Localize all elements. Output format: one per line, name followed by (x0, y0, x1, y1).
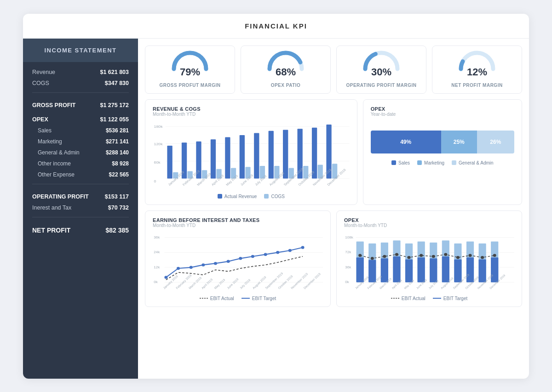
svg-point-63 (301, 246, 305, 249)
svg-rect-107 (479, 259, 486, 282)
opex-ytd-title: OPEX (371, 106, 514, 112)
row-amount: $271 141 (106, 138, 129, 145)
sidebar-row-other-expense: Other Expense $22 565 (23, 169, 138, 180)
segment-sales: 49% (371, 131, 441, 153)
sidebar-row-interest-tax: Inerest and Tax $70 732 (23, 202, 138, 213)
row-amount: $1 122 055 (100, 116, 129, 123)
opex-mtm-chart-area: 108k 72k 36k 0k (344, 233, 514, 292)
ebit-subtitle: Month-to-Month YTD (153, 223, 323, 228)
svg-point-55 (201, 263, 205, 267)
row-label: Marketing (38, 138, 62, 145)
svg-text:24k: 24k (154, 250, 160, 254)
row-label: OPEX (32, 116, 48, 123)
svg-text:12k: 12k (154, 265, 160, 269)
svg-point-53 (177, 267, 180, 270)
svg-point-113 (395, 253, 398, 256)
sidebar-row-net-profit: NET PROFIT $82 385 (23, 222, 138, 236)
row-amount: $153 117 (105, 193, 129, 200)
svg-point-58 (239, 257, 242, 260)
sidebar-title: INCOME STATEMENT (23, 39, 138, 62)
gauge-value-opex-patio: 68% (265, 66, 306, 78)
svg-text:180k: 180k (154, 124, 163, 129)
svg-point-121 (493, 254, 496, 257)
dashboard-title: FINANCIAL KPI (245, 22, 307, 30)
ebit-title: EARNING BEFORE INTEREST AND TAXES (153, 217, 323, 223)
svg-rect-91 (381, 258, 388, 282)
svg-text:0k: 0k (154, 280, 158, 284)
row-label: Sales (38, 127, 52, 134)
ebit-chart-area: 36k 24k 12k 0k (153, 233, 323, 292)
sidebar-row-cogs: COGS $347 830 (23, 78, 138, 89)
row-amount: $82 385 (105, 227, 129, 234)
gauge-opex-patio: 68% (265, 53, 306, 78)
gauge-value-operating-profit: 30% (361, 66, 402, 78)
kpi-label-operating-profit: OPERATING PROFIT MARGIN (346, 83, 417, 88)
svg-point-62 (288, 249, 292, 252)
gauge-operating-profit: 30% (361, 53, 402, 78)
svg-rect-93 (393, 256, 400, 282)
svg-rect-87 (356, 257, 364, 282)
legend-label-opex-ebit-target: EBIT Target (443, 296, 467, 301)
svg-rect-103 (454, 259, 461, 282)
gauge-value-net-profit: 12% (456, 66, 498, 78)
dashboard-body: INCOME STATEMENT Revenue $1 621 803 COGS… (23, 39, 529, 379)
ebit-chart: EARNING BEFORE INTEREST AND TAXES Month-… (145, 210, 331, 307)
revenue-cogs-title: REVENUE & COGS (153, 106, 350, 112)
gauge-net-profit: 12% (456, 53, 498, 78)
legend-actual-revenue: Actual Revenue (218, 194, 257, 199)
opex-mtm-chart: OPEX Month-to-Month YTD 108k 72k 36k 0k (336, 210, 522, 307)
svg-point-120 (481, 256, 484, 259)
bottom-charts-row: EARNING BEFORE INTEREST AND TAXES Month-… (145, 210, 522, 307)
kpi-row: 79% GROSS PROFUT MARGIN 68% OPEX PATIO (145, 45, 522, 94)
row-label: COGS (32, 80, 49, 86)
opex-ebit-actual-icon (391, 296, 399, 301)
legend-label-ebit-target: EBIT Target (252, 296, 276, 301)
svg-point-56 (214, 261, 217, 265)
svg-rect-18 (240, 135, 245, 179)
svg-point-117 (444, 253, 447, 256)
kpi-net-profit-margin: 12% NET PROFIT MARGIN (432, 45, 522, 94)
row-amount: $1 275 172 (100, 102, 129, 108)
sidebar-row-sales: Sales $536 281 (23, 125, 138, 136)
svg-point-54 (190, 266, 193, 269)
legend-cogs: COGS (264, 194, 284, 199)
segment-general-admin: 26% (477, 131, 514, 153)
legend-general-admin: General & Admin (452, 160, 494, 165)
sidebar-row-other-income: Other income $8 928 (23, 158, 138, 169)
svg-point-57 (227, 260, 230, 263)
legend-label-marketing: Marketing (424, 160, 444, 165)
svg-point-110 (358, 254, 362, 257)
kpi-operating-profit-margin: 30% OPERATING PROFIT MARGIN (336, 45, 426, 94)
opex-stacked-area: 49% 25% 26% (371, 131, 514, 153)
svg-point-116 (432, 255, 435, 258)
svg-text:36k: 36k (345, 265, 351, 269)
svg-text:June 2019: June 2019 (226, 277, 239, 289)
svg-point-118 (456, 256, 460, 259)
svg-text:April 2019: April 2019 (201, 278, 213, 290)
svg-text:120k: 120k (154, 142, 163, 146)
svg-point-111 (371, 257, 374, 260)
legend-opex-ebit-actual: EBIT Actual (391, 296, 426, 301)
row-label: Other income (38, 160, 71, 167)
ebit-svg: 36k 24k 12k 0k (153, 233, 323, 292)
dashboard: FINANCIAL KPI INCOME STATEMENT Revenue $… (23, 14, 529, 379)
row-label: NET PROFIT (32, 227, 70, 234)
svg-rect-8 (167, 146, 172, 179)
row-label: Revenue (32, 69, 55, 75)
svg-text:0: 0 (154, 179, 156, 183)
row-label: Inerest and Tax (32, 205, 71, 211)
dashboard-header: FINANCIAL KPI (23, 14, 529, 39)
row-amount: $347 830 (105, 80, 129, 86)
svg-point-115 (420, 254, 423, 257)
kpi-gross-profit-margin: 79% GROSS PROFUT MARGIN (145, 45, 235, 94)
opex-mtm-subtitle: Month-to-Month YTD (344, 223, 514, 228)
kpi-label-opex-patio: OPEX PATIO (271, 83, 301, 88)
kpi-label-net-profit: NET PROFIT MARGIN (451, 83, 502, 88)
revenue-cogs-legend: Actual Revenue COGS (153, 194, 350, 199)
gauge-gross-profit: 79% (169, 53, 211, 78)
svg-rect-14 (211, 139, 216, 178)
svg-point-112 (383, 255, 386, 258)
svg-text:108k: 108k (345, 235, 353, 239)
svg-rect-20 (254, 133, 259, 178)
svg-text:July 2019: July 2019 (239, 278, 252, 290)
